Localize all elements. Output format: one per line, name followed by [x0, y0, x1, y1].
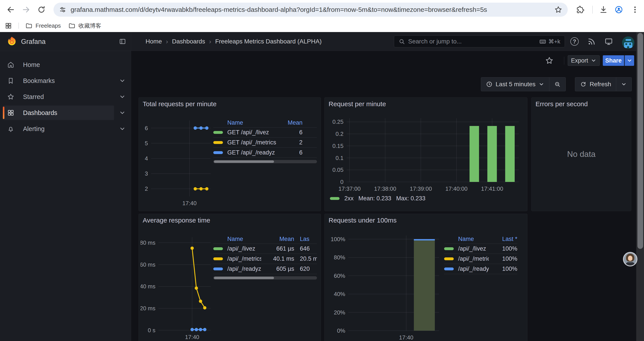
extensions-icon[interactable] — [576, 6, 584, 14]
favorite-star-icon[interactable] — [545, 56, 554, 65]
legend-row[interactable]: /api/_/readyz 605 µs 620 — [213, 264, 317, 274]
legend-col-last[interactable]: Las — [294, 236, 317, 242]
panel-title[interactable]: Request per minute — [328, 100, 386, 108]
share-button[interactable]: Share — [603, 55, 624, 66]
legend-row[interactable]: /api/_/livez 661 µs 646 — [213, 244, 317, 254]
bar-chart[interactable]: 0%20%40%60%80%100%17:40 — [327, 232, 441, 341]
profile-icon[interactable] — [615, 6, 623, 14]
avatar-image — [624, 253, 636, 265]
bar-chart[interactable]: 00.050.10.150.20.2517:37:0017:38:0017:39… — [327, 116, 524, 195]
sidebar-item-bookmarks[interactable]: Bookmarks — [0, 74, 131, 88]
legend-col-name[interactable]: Name — [213, 236, 261, 242]
url-bar[interactable]: grafana.mathmast.com/d/deytv4rwavabkb/fr… — [54, 3, 568, 17]
kiosk-monitor-icon[interactable] — [604, 37, 613, 46]
legend-scrollbar[interactable] — [213, 276, 317, 279]
breadcrumb-home[interactable]: Home — [146, 38, 162, 45]
breadcrumb-dashboards[interactable]: Dashboards — [172, 38, 205, 45]
browser-toolbar: grafana.mathmast.com/d/deytv4rwavabkb/fr… — [0, 0, 644, 19]
scrollbar-thumb[interactable] — [638, 33, 643, 249]
legend-row[interactable]: GET /api/_/metrics 2 — [213, 138, 317, 148]
header-brand-section: Grafana — [0, 32, 131, 51]
assistant-avatar[interactable] — [623, 252, 638, 266]
legend-col-mean[interactable]: Mean — [276, 119, 302, 126]
export-button[interactable]: Export — [568, 55, 600, 66]
user-avatar[interactable] — [622, 37, 634, 49]
chevron-down-icon[interactable] — [119, 94, 126, 100]
chevron-down-icon[interactable] — [119, 110, 126, 116]
chevron-down-icon[interactable] — [119, 78, 126, 84]
sidebar-item-home[interactable]: Home — [0, 58, 131, 72]
svg-text:0.05: 0.05 — [332, 167, 344, 173]
svg-text:0.1: 0.1 — [336, 155, 344, 161]
news-rss-icon[interactable] — [588, 37, 596, 46]
dock-menu-icon[interactable] — [119, 38, 126, 45]
reload-icon[interactable] — [37, 6, 46, 14]
chevron-down-icon[interactable] — [119, 126, 126, 132]
svg-text:20%: 20% — [334, 309, 345, 316]
legend-row[interactable]: /api/_/readyz 100% — [444, 264, 517, 274]
bookmark-star-icon[interactable] — [554, 6, 562, 14]
site-settings-icon[interactable] — [59, 6, 67, 14]
panel-legend[interactable]: 2xx Mean: 0.233 Max: 0.233 — [330, 195, 426, 202]
legend-row[interactable]: GET /api/_/livez 6 — [213, 128, 317, 138]
zoom-out-button[interactable] — [549, 78, 566, 91]
grafana-logo[interactable] — [6, 36, 18, 47]
search-input[interactable] — [408, 38, 536, 45]
legend-series-label: 2xx — [344, 195, 354, 202]
bookmark-folder-blogs[interactable]: 收藏博客 — [68, 21, 101, 30]
page-scrollbar[interactable] — [636, 32, 644, 341]
grafana-header: Grafana Home › Dashboards › Freeleaps Me… — [0, 32, 644, 51]
series-color-pill — [213, 131, 223, 134]
legend-row[interactable]: /api/_/metrics 40.1 ms 20.5 m — [213, 254, 317, 264]
forward-icon[interactable] — [22, 6, 30, 14]
legend-scrollbar[interactable] — [213, 160, 317, 163]
svg-text:0.25: 0.25 — [332, 119, 344, 125]
folder-icon — [68, 22, 76, 29]
time-range-picker[interactable]: Last 5 minutes — [481, 78, 549, 91]
avatar-art — [629, 43, 631, 45]
series-color-pill — [213, 257, 223, 260]
legend-col-name[interactable]: Name — [444, 236, 489, 242]
refresh-button[interactable]: Refresh — [575, 78, 616, 91]
panel-title[interactable]: Total requests per minute — [143, 100, 216, 108]
zoom-out-icon — [554, 81, 561, 88]
sidebar-item-dashboards[interactable]: Dashboards — [0, 106, 131, 120]
legend-row[interactable]: GET /api/_/readyz 6 — [213, 148, 317, 158]
no-data-message: No data — [532, 98, 631, 211]
scrollbar-thumb[interactable] — [214, 277, 274, 279]
svg-text:60 ms: 60 ms — [140, 261, 156, 268]
sidebar-item-starred[interactable]: Starred — [0, 90, 131, 104]
panel-title[interactable]: Requests under 100ms — [328, 217, 396, 224]
browser-menu-icon[interactable] — [631, 6, 639, 14]
refresh-interval-button[interactable] — [616, 78, 632, 91]
legend-max: Max: 0.233 — [396, 195, 426, 202]
legend-col-last[interactable]: Last * — [489, 236, 517, 242]
svg-text:3: 3 — [145, 170, 148, 177]
help-icon[interactable]: ? — [570, 37, 579, 46]
legend-row[interactable]: /api/_/livez 100% — [444, 244, 517, 254]
legend-header: Name Mean Las — [213, 235, 317, 244]
apps-grid-icon[interactable] — [5, 22, 12, 29]
search-box[interactable]: ⌘+k — [394, 36, 565, 47]
back-icon[interactable] — [6, 6, 15, 14]
svg-text:17:37:00: 17:37:00 — [338, 185, 360, 192]
legend-col-mean[interactable]: Mean — [261, 236, 294, 242]
series-color-pill — [213, 151, 223, 154]
bookmark-folder-freeleaps[interactable]: Freeleaps — [26, 21, 61, 30]
svg-text:17:40: 17:40 — [399, 334, 414, 341]
sidebar-item-alerting[interactable]: Alerting — [0, 122, 131, 136]
legend-col-name[interactable]: Name — [213, 119, 276, 126]
legend-header: Name Mean — [213, 118, 317, 128]
share-menu-button[interactable] — [624, 55, 634, 66]
scrollbar-thumb[interactable] — [214, 160, 274, 163]
folder-icon — [26, 22, 32, 29]
download-icon[interactable] — [599, 6, 608, 14]
panel-title[interactable]: Average response time — [143, 217, 210, 224]
legend-row[interactable]: /api/_/metrics 100% — [444, 254, 517, 264]
series-color-pill — [444, 257, 454, 260]
avatar-art — [626, 39, 631, 41]
url-text[interactable]: grafana.mathmast.com/d/deytv4rwavabkb/fr… — [70, 6, 554, 14]
timeseries-chart[interactable]: 0 s20 ms40 ms60 ms80 ms17:40 — [140, 234, 213, 341]
svg-text:0: 0 — [340, 179, 344, 185]
timeseries-chart[interactable]: 2345617:40 — [140, 118, 213, 209]
